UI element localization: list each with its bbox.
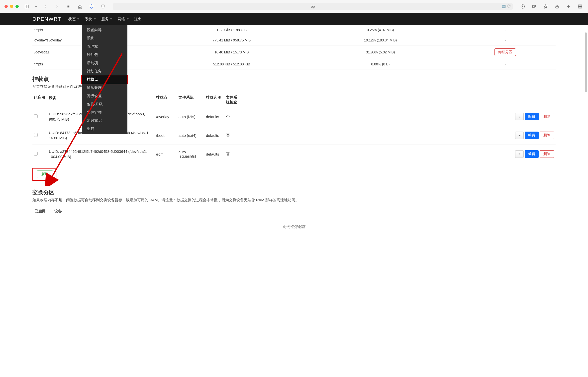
reload-icon[interactable] xyxy=(507,4,511,8)
swap-col-enabled: 已启用 xyxy=(32,206,52,217)
add-button-highlight: 新增 xyxy=(32,168,57,181)
add-mount-button[interactable]: 新增 xyxy=(37,171,53,178)
filesystem-cell: auto (f2fs) xyxy=(177,107,204,126)
swap-col-device: 设备 xyxy=(52,206,556,217)
svg-rect-15 xyxy=(580,5,582,6)
dropdown-item-wizard[interactable]: 设置向导 xyxy=(82,26,127,34)
fs-pct: 19.12% (183.34 MiB) xyxy=(306,35,455,45)
fs-usage: 1.88 GiB / 1.88 GiB xyxy=(157,25,306,35)
app-logo[interactable]: OPENWRT xyxy=(32,16,61,22)
device-cell: UUID: a2784462-9f12f5b7-f62d0458-5d00364… xyxy=(47,145,155,164)
dropdown-item-fileman[interactable]: 文件管理 xyxy=(82,108,127,117)
filesystem-cell: auto (squashfs) xyxy=(177,145,204,164)
maximize-window-button[interactable] xyxy=(15,5,19,8)
col-options: 挂载选项 xyxy=(204,93,224,107)
drag-handle-button[interactable]: ≡ xyxy=(515,113,524,120)
back-icon[interactable] xyxy=(42,3,49,10)
edit-button[interactable]: 编辑 xyxy=(525,113,539,120)
dropdown-item-startup[interactable]: 启动项 xyxy=(82,59,127,67)
dropdown-item-advanced[interactable]: 高级设置 xyxy=(82,92,127,100)
svg-rect-0 xyxy=(25,5,28,8)
dropdown-item-software[interactable]: 软件包 xyxy=(82,51,127,59)
svg-rect-12 xyxy=(532,5,535,7)
svg-rect-16 xyxy=(578,6,580,8)
dropdown-item-mountpoints[interactable]: 挂载点 xyxy=(81,75,128,84)
home-icon[interactable] xyxy=(77,3,84,10)
nav-services[interactable]: 服务 xyxy=(101,17,112,21)
delete-button[interactable]: 删除 xyxy=(540,150,554,158)
tabs-overview-icon[interactable] xyxy=(577,3,584,10)
mountpoint-cell: /rom xyxy=(155,145,177,164)
drag-handle-button[interactable]: ≡ xyxy=(515,132,524,139)
bookmark-star-icon[interactable] xyxy=(542,3,549,10)
fscheck-cell: 否 xyxy=(224,107,242,126)
chevron-down-icon[interactable] xyxy=(35,3,38,10)
main-nav: 状态 系统 服务 网络 退出 xyxy=(68,17,142,21)
enable-checkbox[interactable] xyxy=(34,133,38,137)
nav-network[interactable]: 网络 xyxy=(118,17,129,21)
dropdown-item-admin[interactable]: 管理权 xyxy=(82,42,127,51)
options-cell: defaults xyxy=(204,107,224,126)
swap-empty-message: 尚无任何配置 xyxy=(32,217,556,237)
mount-row: UUID: a2784462-9f12f5b7-f62d0458-5d00364… xyxy=(32,145,556,164)
nav-system[interactable]: 系统 xyxy=(85,17,96,21)
scrollbar-thumb[interactable] xyxy=(585,32,587,92)
address-bar[interactable]: op 🔤 xyxy=(113,3,513,10)
svg-rect-17 xyxy=(580,6,582,8)
svg-point-5 xyxy=(67,6,68,6)
dropdown-item-system[interactable]: 系统 xyxy=(82,34,127,42)
share-icon[interactable] xyxy=(554,3,561,10)
annotate-icon[interactable] xyxy=(531,3,538,10)
system-dropdown-menu: 设置向导 系统 管理权 软件包 启动项 计划任务 挂载点 磁盘管理 高级设置 备… xyxy=(82,25,127,134)
fscheck-cell: 否 xyxy=(224,145,242,164)
fs-pct: 31.90% (5.02 MiB) xyxy=(306,45,455,59)
enable-checkbox[interactable] xyxy=(34,114,38,118)
col-fscheck: 文件系统检查 xyxy=(224,93,242,107)
col-mountpoint: 挂载点 xyxy=(155,93,177,107)
new-tab-icon[interactable] xyxy=(565,3,572,10)
shield-privacy-icon[interactable] xyxy=(88,3,95,10)
col-enabled: 已启用 xyxy=(32,93,47,107)
dropdown-item-reboot[interactable]: 重启 xyxy=(82,125,127,133)
fs-action: - xyxy=(455,35,556,45)
translate-icon[interactable]: 🔤 xyxy=(502,5,506,8)
enable-checkbox[interactable] xyxy=(34,152,38,156)
edit-button[interactable]: 编辑 xyxy=(525,132,539,139)
fs-pct: 0.00% (0 B) xyxy=(306,59,455,69)
address-bar-text: op xyxy=(311,4,315,8)
mountpoint-cell: /overlay xyxy=(155,107,177,126)
unmount-button[interactable]: 卸载分区 xyxy=(494,48,516,56)
fs-usage: 512.00 KiB / 512.00 KiB xyxy=(157,59,306,69)
dropdown-item-backup[interactable]: 备份/升级 xyxy=(82,100,127,108)
svg-point-7 xyxy=(70,6,70,6)
svg-point-2 xyxy=(67,5,68,5)
fs-usage: 10.40 MiB / 15.73 MiB xyxy=(157,45,306,59)
minimize-window-button[interactable] xyxy=(10,5,13,8)
options-cell: defaults xyxy=(204,126,224,145)
drag-handle-button[interactable]: ≡ xyxy=(515,150,524,158)
sidebar-toggle-icon[interactable] xyxy=(23,3,30,10)
nav-logout[interactable]: 退出 xyxy=(134,17,142,21)
fs-pct: 0.26% (4.97 MiB) xyxy=(306,25,455,35)
dropdown-item-cron[interactable]: 计划任务 xyxy=(82,67,127,75)
svg-point-10 xyxy=(70,7,70,8)
edit-button[interactable]: 编辑 xyxy=(525,150,539,158)
col-filesystem: 文件系统 xyxy=(177,93,204,107)
dropdown-item-schedreboot[interactable]: 定时重启 xyxy=(82,117,127,125)
grid-apps-icon[interactable] xyxy=(65,3,72,10)
forward-icon[interactable] xyxy=(54,3,61,10)
browser-chrome: op 🔤 xyxy=(0,0,588,13)
app-header: OPENWRT 状态 系统 服务 网络 退出 xyxy=(0,13,588,25)
close-window-button[interactable] xyxy=(4,5,8,8)
delete-button[interactable]: 删除 xyxy=(540,113,554,120)
nav-status[interactable]: 状态 xyxy=(68,17,79,21)
svg-point-9 xyxy=(68,7,69,8)
downloads-icon[interactable] xyxy=(519,3,526,10)
svg-point-8 xyxy=(67,7,68,8)
shield-half-icon[interactable] xyxy=(99,3,106,10)
delete-button[interactable]: 删除 xyxy=(540,132,554,139)
window-controls xyxy=(4,5,19,8)
filesystem-cell: auto (ext4) xyxy=(177,126,204,145)
fs-action: - xyxy=(455,25,556,35)
dropdown-item-diskman[interactable]: 磁盘管理 xyxy=(82,84,127,92)
